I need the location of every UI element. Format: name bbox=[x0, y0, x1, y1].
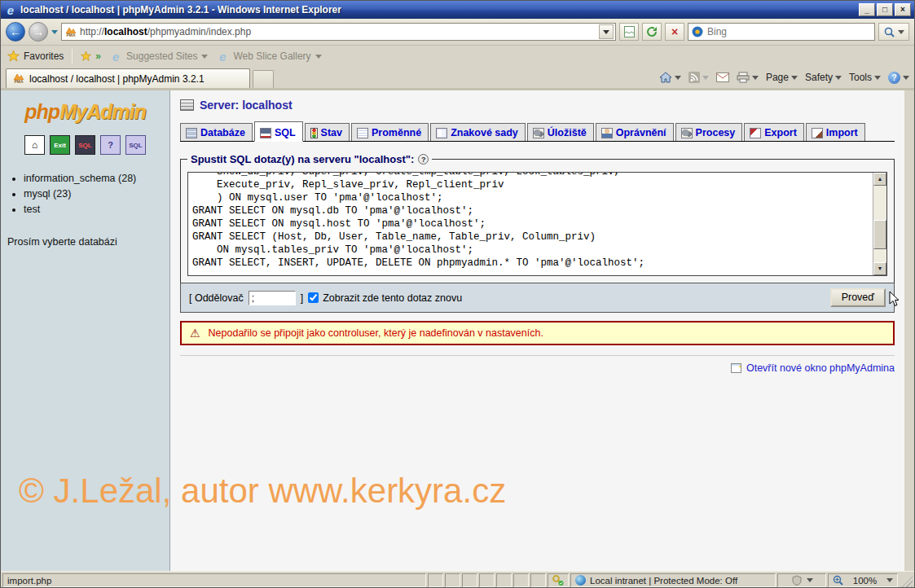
safety-menu-button[interactable]: Safety bbox=[805, 72, 842, 83]
open-new-window-link[interactable]: Otevřít nové okno phpMyAdmina bbox=[731, 362, 895, 374]
tab-export[interactable]: Export bbox=[744, 123, 804, 141]
chevron-down-icon bbox=[675, 76, 681, 80]
print-button[interactable] bbox=[737, 72, 759, 83]
search-box[interactable] bbox=[688, 23, 875, 41]
pma-docs-icon-button[interactable]: ? bbox=[100, 135, 121, 155]
tab-privileges[interactable]: Oprávnění bbox=[596, 123, 674, 141]
status-cell bbox=[462, 573, 477, 587]
history-dropdown-icon[interactable] bbox=[51, 30, 58, 34]
mail-icon bbox=[716, 72, 729, 82]
pma-favicon-label: PMA bbox=[14, 80, 23, 84]
tab-database[interactable]: Databáze bbox=[180, 123, 253, 141]
status-bar: import.php Local intranet | Protected Mo… bbox=[1, 571, 914, 588]
compatibility-view-button[interactable] bbox=[619, 23, 639, 41]
status-cell bbox=[445, 573, 460, 587]
status-cell bbox=[428, 573, 443, 587]
back-button[interactable]: ← bbox=[6, 22, 25, 42]
status-credentials bbox=[548, 573, 569, 587]
retain-query-label: Zobrazit zde tento dotaz znovu bbox=[323, 292, 462, 304]
home-icon-button[interactable]: ⌂ bbox=[24, 135, 45, 155]
tab-variables[interactable]: Proměnné bbox=[351, 123, 429, 141]
read-mail-button[interactable] bbox=[716, 72, 729, 82]
chevron-down-icon[interactable] bbox=[886, 578, 893, 582]
refresh-button[interactable] bbox=[642, 23, 662, 41]
sql-query-footer: [ Oddělovač ] Zobrazit zde tento dotaz z… bbox=[180, 283, 895, 313]
tab-processes[interactable]: Procesy bbox=[675, 123, 743, 141]
tab-engines[interactable]: Úložiště bbox=[527, 123, 594, 141]
retain-query-checkbox[interactable] bbox=[308, 292, 319, 303]
sql-window-icon-button[interactable]: SQL bbox=[75, 135, 95, 155]
database-item[interactable]: information_schema (28) bbox=[24, 173, 165, 184]
mysql-docs-icon-button[interactable]: SQL bbox=[125, 135, 146, 155]
tab-import[interactable]: Import bbox=[806, 123, 865, 141]
export-icon bbox=[750, 128, 761, 138]
bing-logo-icon bbox=[692, 26, 703, 37]
favorites-button[interactable]: Favorites bbox=[7, 50, 64, 62]
search-input[interactable] bbox=[707, 26, 871, 37]
database-item[interactable]: test bbox=[24, 204, 165, 215]
help-menu-button[interactable]: ? bbox=[888, 72, 909, 84]
web-slice-gallery-label: Web Slice Gallery bbox=[233, 50, 310, 62]
chevron-down-icon bbox=[791, 76, 798, 80]
title-bar: e localhost / localhost | phpMyAdmin 3.2… bbox=[1, 1, 914, 19]
chevron-down-icon bbox=[752, 76, 759, 80]
status-page: import.php bbox=[2, 573, 426, 587]
privileges-icon bbox=[601, 128, 613, 138]
suggested-sites-button[interactable]: e Suggested Sites bbox=[109, 50, 208, 64]
home-button[interactable] bbox=[659, 72, 681, 83]
mouse-cursor bbox=[889, 291, 902, 309]
minimize-button[interactable]: _ bbox=[859, 3, 875, 16]
pma-favicon: PMA bbox=[13, 73, 24, 84]
address-input[interactable]: PMA http://localhost/phpmyadmin/index.ph… bbox=[61, 23, 616, 41]
status-cell bbox=[530, 573, 546, 587]
forward-button[interactable]: → bbox=[29, 22, 48, 42]
tab-status[interactable]: Stav bbox=[305, 123, 350, 141]
globe-icon bbox=[575, 575, 586, 586]
resize-grip[interactable] bbox=[901, 576, 913, 587]
scrollbar-thumb[interactable] bbox=[873, 220, 886, 249]
page-menu-button[interactable]: Page bbox=[766, 72, 798, 83]
command-bar: Page Safety Tools ? bbox=[659, 67, 909, 88]
status-zoom-control[interactable]: 100% bbox=[828, 573, 898, 587]
status-protected-mode-button[interactable] bbox=[777, 573, 826, 587]
search-icon bbox=[884, 27, 895, 37]
scroll-up-icon[interactable]: ▲ bbox=[873, 173, 886, 186]
status-cell bbox=[479, 573, 495, 587]
url-text: http://localhost/phpmyadmin/index.php bbox=[80, 26, 596, 37]
new-tab-button[interactable] bbox=[253, 70, 274, 88]
execute-button[interactable]: Proveď bbox=[830, 288, 886, 307]
search-dropdown-icon[interactable] bbox=[898, 30, 904, 34]
tools-menu-button[interactable]: Tools bbox=[849, 72, 881, 83]
stop-button[interactable]: × bbox=[665, 23, 684, 41]
search-button[interactable] bbox=[878, 23, 909, 41]
close-button[interactable]: × bbox=[895, 3, 911, 16]
textarea-scrollbar[interactable]: ▲ ▼ bbox=[873, 173, 886, 275]
add-favorite-button[interactable]: » bbox=[81, 50, 101, 62]
scroll-down-icon[interactable]: ▼ bbox=[873, 262, 886, 275]
chevron-down-icon[interactable] bbox=[807, 578, 813, 582]
delimiter-label: [ Oddělovač bbox=[189, 292, 244, 304]
tab-charsets[interactable]: Znakové sady bbox=[430, 123, 526, 141]
tab-sql[interactable]: SQL bbox=[254, 121, 303, 142]
chevron-down-icon bbox=[201, 55, 208, 59]
pma-favicon-label: PMA bbox=[66, 33, 75, 37]
add-favorite-arrow-icon: » bbox=[95, 50, 101, 62]
browser-tab-active[interactable]: PMA localhost / localhost | phpMyAdmin 3… bbox=[6, 68, 250, 88]
logo-php: php bbox=[24, 100, 59, 123]
help-icon[interactable]: ? bbox=[418, 154, 429, 165]
address-dropdown-button[interactable] bbox=[599, 24, 614, 39]
import-icon bbox=[812, 128, 823, 138]
server-icon bbox=[180, 99, 194, 111]
logout-icon-button[interactable]: Exit bbox=[50, 135, 70, 155]
delimiter-input[interactable] bbox=[249, 291, 296, 305]
feeds-button[interactable] bbox=[688, 72, 709, 83]
web-slice-gallery-button[interactable]: e Web Slice Gallery bbox=[216, 50, 321, 64]
sidebar-icon-row: ⌂ Exit SQL ? SQL bbox=[6, 135, 165, 155]
sql-textarea[interactable]: Show_db_priv, Super_priv, Create_tmp_tab… bbox=[187, 172, 887, 276]
chevron-down-icon bbox=[835, 76, 842, 80]
sql-query-legend: Spustit SQL dotaz(y) na serveru "localho… bbox=[187, 153, 432, 165]
database-item[interactable]: mysql (23) bbox=[24, 188, 165, 200]
status-cell bbox=[513, 573, 529, 587]
maximize-button[interactable]: □ bbox=[877, 3, 893, 16]
retain-query-option[interactable]: Zobrazit zde tento dotaz znovu bbox=[308, 292, 462, 304]
